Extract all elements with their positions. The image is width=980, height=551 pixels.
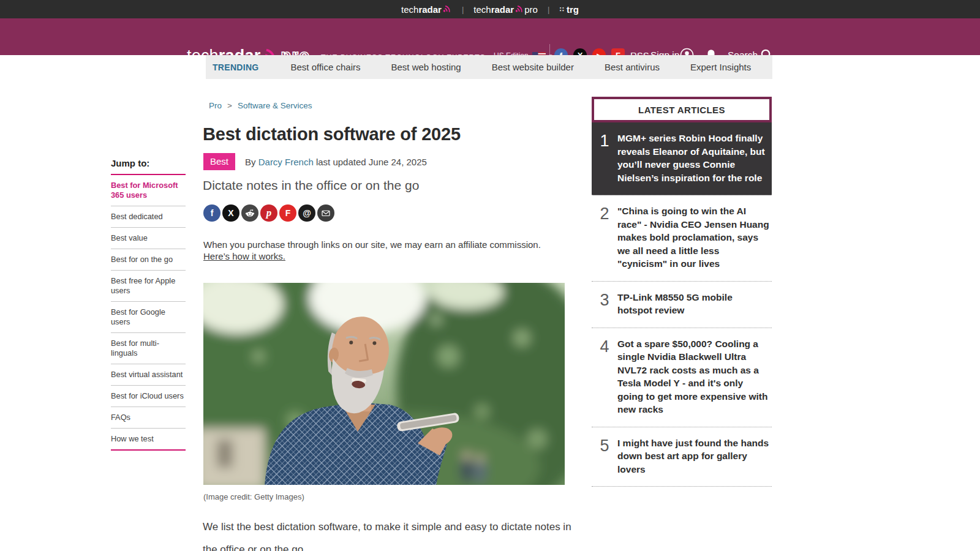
trg-logo-text: trg [567, 4, 579, 15]
x-glyph: X [228, 208, 233, 218]
byline-row: Best By Darcy French last updated June 2… [203, 153, 427, 170]
affiliate-disclaimer: When you purchase through links on our s… [203, 239, 559, 262]
jump-link-faqs[interactable]: FAQs [111, 407, 186, 429]
latest-article-headline: "China is going to win the AI race" - Nv… [617, 204, 769, 271]
updated-date: last updated June 24, 2025 [316, 157, 427, 167]
jump-to-items: Best for Microsoft 365 usersBest dedicat… [111, 175, 186, 451]
trg-logo[interactable]: ∷ trg [559, 4, 579, 15]
page-title: Best dictation software of 2025 [203, 124, 461, 144]
breadcrumb: Pro>Software & Services [209, 101, 312, 110]
jump-to-title: Jump to: [111, 158, 186, 175]
latest-article-number: 1 [592, 132, 617, 184]
byline: By Darcy French last updated June 24, 20… [245, 157, 427, 167]
trending-label: TRENDING [213, 62, 259, 72]
breadcrumb-separator: > [227, 101, 232, 110]
latest-article-headline: I might have just found the hands down b… [617, 437, 769, 476]
facebook-glyph: f [211, 208, 214, 218]
techradar-logo[interactable]: techradar [401, 4, 452, 15]
email-share-icon[interactable] [317, 204, 334, 222]
author-link[interactable]: Darcy French [258, 157, 314, 167]
topbar-separator: | [462, 5, 464, 14]
breadcrumb-link-pro[interactable]: Pro [209, 101, 222, 110]
body-paragraph-line2: the office or on the go. [203, 544, 595, 551]
facebook-share-icon[interactable]: f [203, 204, 221, 222]
jump-link-best-virtual-assistant[interactable]: Best virtual assistant [111, 364, 186, 386]
latest-article-1[interactable]: 1MGM+ series Robin Hood finally reveals … [592, 122, 772, 195]
trending-link-best-office-chairs[interactable]: Best office chairs [291, 62, 361, 72]
reddit-share-icon[interactable] [241, 204, 258, 222]
latest-articles-widget: LATEST ARTICLES 1MGM+ series Robin Hood … [592, 97, 772, 487]
article-body: We list the best dictation software, to … [203, 521, 595, 551]
techradar-logo-radar: radar [418, 4, 442, 15]
jump-link-best-value[interactable]: Best value [111, 228, 186, 249]
latest-articles-title: LATEST ARTICLES [592, 97, 772, 122]
breadcrumb-link-software-services[interactable]: Software & Services [238, 101, 312, 110]
x-share-icon[interactable]: X [222, 204, 239, 222]
techradar-logo-tech: tech [401, 4, 418, 15]
pinterest-share-icon[interactable]: p [260, 204, 277, 222]
threads-glyph: @ [303, 208, 311, 218]
jump-link-best-for-on-the-go[interactable]: Best for on the go [111, 249, 186, 271]
latest-article-headline: TP-Link M8550 5G mobile hotspot review [617, 291, 769, 317]
latest-articles-list: 1MGM+ series Robin Hood finally reveals … [592, 122, 772, 487]
flipboard-share-icon[interactable]: F [279, 204, 296, 222]
share-icons-row: fXpF@ [203, 204, 334, 222]
jump-link-best-for-microsoft-365-users[interactable]: Best for Microsoft 365 users [111, 175, 186, 206]
best-badge: Best [203, 153, 235, 170]
byline-prefix: By [245, 157, 256, 167]
jump-link-best-dedicated[interactable]: Best dedicated [111, 206, 186, 228]
techradar-pro-logo-tech: tech [473, 4, 491, 15]
radar-waves-icon [515, 5, 524, 13]
trending-bar: TRENDING Best office chairsBest web host… [206, 55, 772, 79]
latest-article-number: 5 [592, 437, 617, 476]
latest-article-2[interactable]: 2"China is going to win the AI race" - N… [592, 195, 772, 282]
how-it-works-link[interactable]: Here’s how it works. [203, 251, 285, 261]
trending-link-best-website-builder[interactable]: Best website builder [492, 62, 574, 72]
jump-link-best-for-multi-linguals[interactable]: Best for multi-linguals [111, 333, 186, 364]
topbar-separator: | [548, 5, 549, 14]
latest-article-headline: Got a spare $50,000? Cooling a single Nv… [617, 337, 769, 416]
trending-links: Best office chairsBest web hostingBest w… [260, 62, 752, 73]
jump-link-best-free-for-apple-users[interactable]: Best free for Apple users [111, 271, 186, 302]
hero-image [203, 283, 565, 485]
latest-article-headline: MGM+ series Robin Hood finally reveals E… [617, 132, 769, 184]
flipboard-glyph: F [285, 208, 291, 218]
techradar-pro-article-page: { "colors": { "accent_pink": "#e32a8d", … [0, 0, 980, 551]
trending-link-best-web-hosting[interactable]: Best web hosting [391, 62, 461, 72]
pinterest-glyph: p [266, 207, 272, 219]
jump-link-best-for-google-users[interactable]: Best for Google users [111, 302, 186, 333]
hero-image-graphic [203, 283, 565, 485]
article-subtitle: Dictate notes in the office or on the go [203, 178, 419, 193]
threads-share-icon[interactable]: @ [298, 204, 315, 222]
jump-to-nav: Jump to: Best for Microsoft 365 usersBes… [111, 158, 186, 451]
jump-link-how-we-test[interactable]: How we test [111, 429, 186, 451]
techradar-pro-logo-suffix: pro [524, 4, 538, 15]
image-credit-caption: (Image credit: Getty Images) [203, 492, 304, 501]
site-header: techradar pro THE BUSINESS TECHNOLOGY EX… [0, 18, 980, 55]
body-paragraph-line1: We list the best dictation software, to … [203, 521, 595, 533]
disclaimer-text: When you purchase through links on our s… [203, 239, 541, 250]
latest-article-number: 3 [592, 291, 617, 317]
latest-article-5[interactable]: 5I might have just found the hands down … [592, 427, 772, 487]
latest-article-3[interactable]: 3TP-Link M8550 5G mobile hotspot review [592, 282, 772, 328]
top-network-bar: techradar | techradar pro | ∷ trg [0, 0, 980, 18]
latest-article-4[interactable]: 4Got a spare $50,000? Cooling a single N… [592, 328, 772, 427]
techradar-pro-logo[interactable]: techradar pro [473, 4, 538, 15]
latest-article-number: 2 [592, 204, 617, 271]
trg-dots-icon: ∷ [559, 6, 565, 13]
radar-waves-icon [443, 5, 451, 13]
trending-link-best-antivirus[interactable]: Best antivirus [605, 62, 660, 72]
techradar-pro-logo-radar: radar [491, 4, 514, 15]
jump-link-best-for-icloud-users[interactable]: Best for iCloud users [111, 386, 186, 407]
trending-link-expert-insights[interactable]: Expert Insights [690, 62, 751, 72]
latest-article-number: 4 [592, 337, 617, 416]
